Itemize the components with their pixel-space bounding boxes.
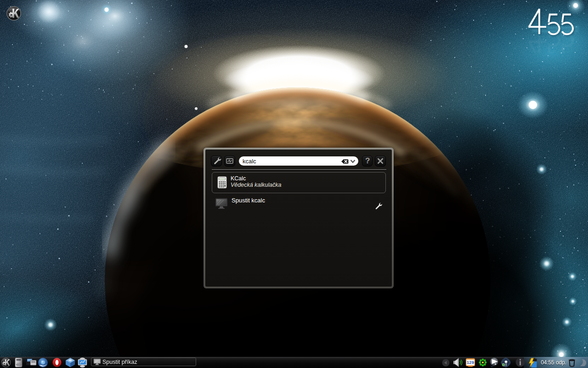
svg-text:129: 129: [467, 360, 474, 365]
